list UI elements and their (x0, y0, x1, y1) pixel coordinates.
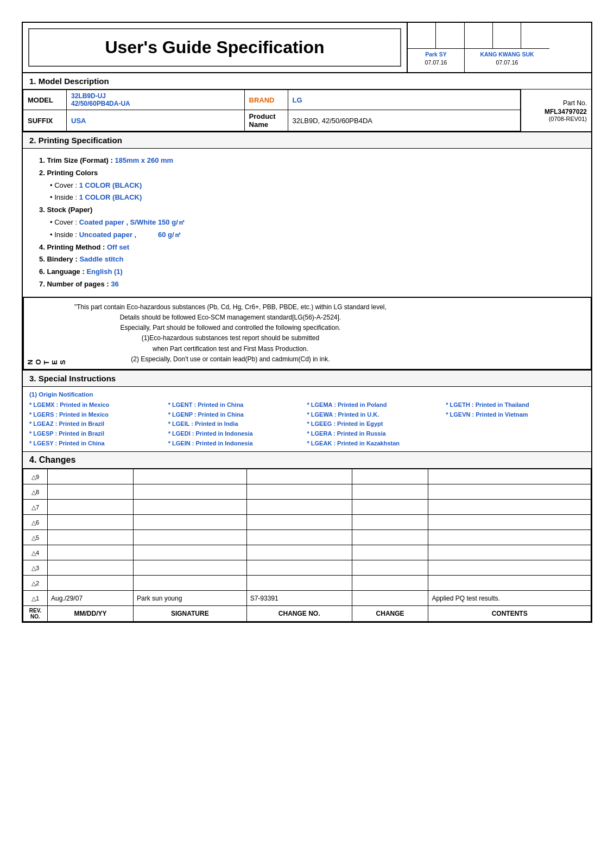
changeno-cell (246, 500, 352, 515)
date-cell (48, 469, 134, 484)
changeno-cell (246, 545, 352, 560)
date-cell (48, 530, 134, 545)
contents-cell (428, 515, 591, 530)
changeno-cell (246, 530, 352, 545)
approver1-date: 07.07.16 (412, 59, 460, 67)
notes-line-2: Details should be followed Eco-SCM manag… (74, 312, 387, 323)
approval-sq-5 (521, 23, 549, 49)
table-row: △9 (23, 469, 591, 484)
footer-contents: CONTENTS (428, 606, 591, 622)
change-cell (352, 576, 428, 591)
section3-title: 3. Special Instructions (23, 369, 591, 387)
table-row: △6 (23, 515, 591, 530)
date-cell (48, 515, 134, 530)
suffix-row: SUFFIX USA Product Name 32LB9D, 42/50/60… (23, 110, 521, 131)
date-cell (48, 576, 134, 591)
spec-cover-color: • Cover : 1 COLOR (BLACK) (50, 180, 580, 192)
change-cell (352, 484, 428, 500)
origin-col-1: * LGEMX : Printed in Mexico * LGERS : Pr… (29, 400, 168, 448)
origin-item: * LGEMX : Printed in Mexico (29, 400, 168, 410)
contents-cell-1: Applied PQ test results. (428, 591, 591, 606)
changeno-cell-1: S7-93391 (246, 591, 352, 606)
changeno-cell (246, 576, 352, 591)
partno-section: Part No. MFL34797022 (0708-REV01) (521, 90, 591, 131)
origin-item: * LGENT : Printed in China (168, 400, 307, 410)
approval-sq-3 (465, 23, 493, 49)
origin-item: * LGEAZ : Printed in Brazil (29, 419, 168, 429)
suffix-value-text: USA (71, 117, 86, 125)
approval-label-right: KANG KWANG SUK 07.07.16 (465, 49, 549, 68)
approval-label-left: Park SY 07.07.16 (408, 49, 464, 68)
suffix-value: USA (67, 110, 245, 131)
changeno-cell (246, 515, 352, 530)
footer-sig: SIGNATURE (134, 606, 247, 622)
table-row-1: △1 Aug./29/07 Park sun young S7-93391 Ap… (23, 591, 591, 606)
section2-content: 1. Trim Size (Format) : 185mm x 260 mm 2… (23, 149, 591, 297)
cover-paper-value: Coated paper , S/White 150 g/㎡ (79, 218, 185, 226)
approval-sq-1 (408, 23, 436, 49)
rev-cell: △5 (23, 530, 48, 545)
rev-cell: △6 (23, 515, 48, 530)
footer-changeno: CHANGE NO. (246, 606, 352, 622)
spec-pages: 7. Number of pages : 36 (39, 279, 580, 290)
origin-item: * LGEMA : Printed in Poland (307, 400, 446, 410)
brand-label: BRAND (244, 90, 288, 110)
approver1-name: Park SY (412, 50, 460, 59)
sig-cell (134, 560, 247, 576)
footer-rev: REV.NO. (23, 606, 48, 622)
pages-value: 36 (111, 280, 118, 288)
origin-item: * LGERA : Printed in Russia (307, 429, 446, 439)
notes-line-3: Especially, Part should be followed and … (74, 323, 387, 333)
model-label: MODEL (23, 90, 67, 110)
changeno-cell (246, 469, 352, 484)
bindery-value: Saddle stitch (79, 255, 123, 263)
origin-grid: * LGEMX : Printed in Mexico * LGERS : Pr… (29, 400, 585, 448)
approval-section: Park SY 07.07.16 KANG KWANG SUK 07.07.16 (407, 23, 591, 72)
contents-cell (428, 484, 591, 500)
sig-cell (134, 576, 247, 591)
approver2-name: KANG KWANG SUK (469, 50, 545, 59)
change-cell (352, 560, 428, 576)
origin-item: * LGETH : Printed in Thailand (446, 400, 585, 410)
section1: 1. Model Description MODEL 32LB9D-UJ42/5… (23, 73, 591, 131)
date-cell (48, 545, 134, 560)
sig-cell-1: Park sun young (134, 591, 247, 606)
notes-line-1: "This part contain Eco-hazardous substan… (74, 302, 387, 312)
rev-cell: △7 (23, 500, 48, 515)
rev-cell: △3 (23, 560, 48, 576)
header: User's Guide Specification Park SY 07.07… (23, 23, 591, 73)
origin-item: * LGESP : Printed in Brazil (29, 429, 168, 439)
contents-cell (428, 469, 591, 484)
footer-change: CHANGE (352, 606, 428, 622)
inside-paper-value: Uncoated paper , 60 g/㎡ (79, 231, 181, 239)
product-name-label: Product Name (244, 110, 288, 131)
notes-line-4: (1)Eco-hazardous substances test report … (74, 333, 387, 343)
change-cell-1 (352, 591, 428, 606)
contents-cell (428, 576, 591, 591)
section2-title: 2. Printing Specification (23, 131, 591, 149)
origin-item: * LGEEG : Printed in Egypt (307, 419, 446, 429)
spec-inside-color: • Inside : 1 COLOR (BLACK) (50, 192, 580, 203)
model-row: MODEL 32LB9D-UJ42/50/60PB4DA-UA BRAND LG (23, 90, 521, 110)
notes-label: NOTES (23, 298, 69, 369)
spec-bindery: 5. Bindery : Saddle stitch (39, 254, 580, 265)
notes-content: "This part contain Eco-hazardous substan… (69, 298, 392, 369)
spec-language: 6. Language : English (1) (39, 266, 580, 278)
table-row: △7 (23, 500, 591, 515)
notes-section: NOTES "This part contain Eco-hazardous s… (23, 297, 591, 369)
table-row: △3 (23, 560, 591, 576)
table-row: △4 (23, 545, 591, 560)
model-value: 32LB9D-UJ42/50/60PB4DA-UA (67, 90, 245, 110)
section2: 2. Printing Specification 1. Trim Size (… (23, 131, 591, 297)
change-cell (352, 545, 428, 560)
brand-value: LG (288, 90, 520, 110)
cover-color-value: 1 COLOR (BLACK) (79, 181, 142, 189)
notes-line-6: (2) Especially, Don't use or contain lea… (74, 354, 387, 365)
origin-item: * LGEAK : Printed in Kazakhstan (307, 439, 446, 449)
spec-cover-paper: • Cover : Coated paper , S/White 150 g/㎡ (50, 217, 580, 228)
origin-item: * LGEVN : Printed in Vietnam (446, 410, 585, 420)
main-container: User's Guide Specification Park SY 07.07… (22, 22, 592, 623)
rev-cell: △2 (23, 576, 48, 591)
rev-cell: △4 (23, 545, 48, 560)
origin-title: (1) Origin Notification (29, 390, 585, 399)
